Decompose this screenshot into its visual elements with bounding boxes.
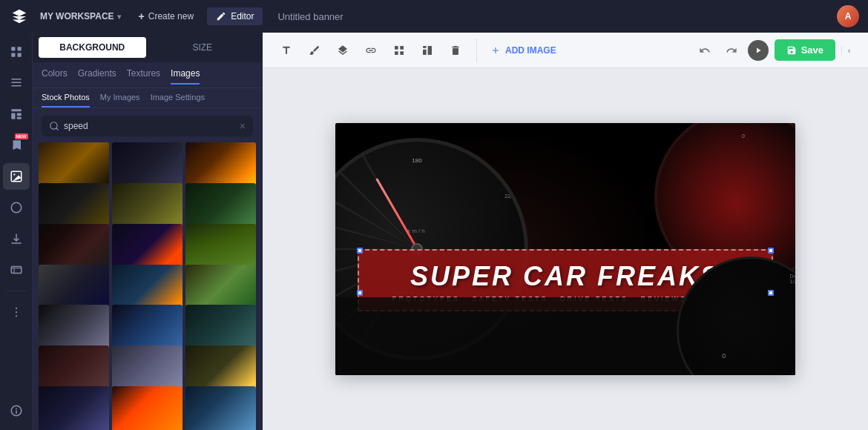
- svg-point-16: [15, 311, 16, 313]
- svg-point-13: [11, 202, 22, 213]
- layers-tool[interactable]: [331, 39, 355, 62]
- main-layout: BACKGROUND SIZE Colors Gradients Texture…: [0, 33, 868, 430]
- text-tool[interactable]: [274, 39, 298, 62]
- image-grid: [33, 142, 262, 430]
- stock-image-9[interactable]: [185, 224, 256, 271]
- canvas-area: ADD IMAGE Save ‹: [263, 33, 868, 430]
- grid-tool[interactable]: [387, 39, 411, 62]
- sidebar-item-images[interactable]: [3, 163, 30, 190]
- logo: [9, 6, 30, 27]
- resize-handle-tr[interactable]: [768, 248, 774, 254]
- tab-images[interactable]: Images: [171, 68, 200, 85]
- stock-image-10[interactable]: [39, 265, 109, 311]
- save-button[interactable]: Save: [775, 39, 835, 61]
- svg-rect-9: [16, 113, 21, 116]
- paint-tool[interactable]: [303, 39, 326, 62]
- resize-handle-bl[interactable]: [357, 290, 363, 296]
- sub-tab-stock[interactable]: Stock Photos: [42, 93, 90, 108]
- search-input[interactable]: [64, 121, 235, 131]
- canvas-toolbar-right: Save ‹: [694, 39, 856, 61]
- svg-rect-4: [11, 79, 22, 80]
- panel-tabs: BACKGROUND SIZE: [33, 33, 262, 62]
- search-clear-icon[interactable]: ×: [240, 120, 246, 132]
- stock-image-17[interactable]: [112, 345, 183, 392]
- user-avatar[interactable]: A: [837, 5, 859, 27]
- search-bar: ×: [42, 116, 253, 136]
- stock-image-2[interactable]: [112, 142, 183, 189]
- tab-colors[interactable]: Colors: [42, 68, 68, 85]
- link-tool[interactable]: [359, 39, 383, 62]
- workspace-button[interactable]: MY WORKSPACE ▾: [36, 8, 125, 24]
- icon-sidebar: [0, 33, 33, 430]
- banner[interactable]: 180 200 220 km/h 0 40 🏁: [335, 123, 795, 375]
- stock-image-11[interactable]: [112, 265, 183, 311]
- tab-background[interactable]: BACKGROUND: [39, 37, 146, 58]
- sidebar-item-more[interactable]: [3, 299, 30, 325]
- sidebar-item-info[interactable]: [3, 397, 30, 424]
- sidebar-item-new[interactable]: [3, 132, 30, 159]
- sidebar-item-shapes[interactable]: [3, 194, 30, 221]
- svg-rect-3: [17, 53, 21, 57]
- sidebar-item-grid[interactable]: [3, 39, 30, 65]
- create-new-button[interactable]: + Create new: [131, 7, 202, 26]
- svg-rect-2: [11, 53, 15, 57]
- stock-image-13[interactable]: [39, 305, 109, 351]
- document-title[interactable]: Untitled banner: [269, 11, 831, 22]
- stock-image-19[interactable]: [39, 386, 109, 430]
- play-button[interactable]: [748, 40, 769, 61]
- add-image-button[interactable]: ADD IMAGE: [483, 42, 564, 59]
- stock-image-8[interactable]: [112, 224, 183, 271]
- editor-label: Editor: [231, 11, 254, 22]
- tab-size[interactable]: SIZE: [149, 37, 257, 58]
- stock-image-7[interactable]: [39, 224, 109, 271]
- stock-image-14[interactable]: [112, 305, 183, 351]
- svg-rect-14: [11, 267, 22, 274]
- right-collapse-button[interactable]: ‹: [841, 46, 856, 55]
- svg-rect-20: [423, 49, 427, 54]
- sub-tab-settings[interactable]: Image Settings: [151, 93, 205, 108]
- svg-point-17: [15, 315, 16, 317]
- stock-image-5[interactable]: [112, 183, 183, 230]
- svg-point-15: [15, 308, 16, 309]
- tab-textures[interactable]: Textures: [127, 68, 160, 85]
- stock-image-18[interactable]: [185, 345, 256, 392]
- search-icon: [49, 121, 59, 131]
- topbar-right: A: [837, 5, 859, 27]
- sidebar-item-template[interactable]: [3, 101, 30, 128]
- stock-image-20[interactable]: [112, 386, 183, 430]
- svg-rect-6: [11, 85, 22, 87]
- add-image-label: ADD IMAGE: [505, 45, 556, 56]
- stock-image-3[interactable]: [185, 142, 256, 189]
- sidebar-item-export[interactable]: [3, 225, 30, 252]
- svg-rect-8: [11, 113, 15, 119]
- save-icon: [786, 45, 797, 56]
- save-label: Save: [801, 44, 823, 56]
- template-tool[interactable]: [415, 39, 439, 62]
- stock-image-16[interactable]: [39, 345, 109, 392]
- workspace-label: MY WORKSPACE: [40, 11, 114, 22]
- sub-tab-my-images[interactable]: My Images: [100, 93, 140, 108]
- canvas-content: 180 200 220 km/h 0 40 🏁: [263, 68, 868, 430]
- svg-rect-0: [11, 47, 15, 50]
- tab-gradients[interactable]: Gradients: [78, 68, 116, 85]
- plus-icon: +: [139, 10, 145, 22]
- sub-tabs: Stock Photos My Images Image Settings: [33, 88, 262, 108]
- stock-image-21[interactable]: [185, 386, 256, 430]
- svg-rect-10: [16, 117, 21, 119]
- stock-image-6[interactable]: [185, 183, 256, 230]
- stock-image-12[interactable]: [185, 265, 256, 311]
- undo-button[interactable]: [694, 40, 715, 61]
- stock-image-4[interactable]: [39, 183, 109, 230]
- stock-image-15[interactable]: [185, 305, 256, 351]
- redo-button[interactable]: [721, 40, 742, 61]
- canvas-toolbar: ADD IMAGE Save ‹: [263, 33, 868, 68]
- sidebar-item-list[interactable]: [3, 70, 30, 96]
- resize-handle-br[interactable]: [768, 290, 774, 296]
- stock-image-1[interactable]: [39, 142, 109, 189]
- editor-tab[interactable]: Editor: [207, 7, 263, 25]
- trash-tool[interactable]: [444, 39, 467, 62]
- add-image-icon: [490, 45, 501, 56]
- svg-point-12: [13, 173, 15, 175]
- sidebar-item-animation[interactable]: [3, 257, 30, 283]
- resize-handle-tl[interactable]: [357, 248, 363, 254]
